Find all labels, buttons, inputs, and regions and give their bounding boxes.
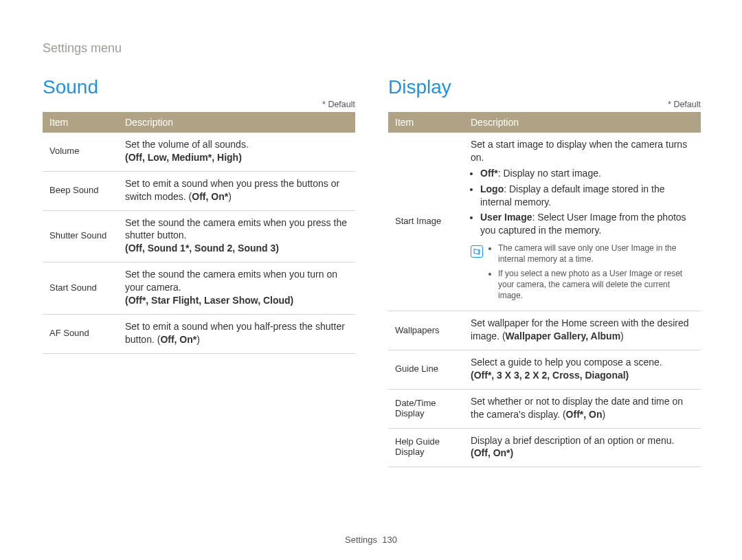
item-label: Volume	[43, 133, 118, 171]
item-description: Set to emit a sound when you half-press …	[118, 314, 355, 353]
sound-heading: Sound	[43, 76, 355, 98]
item-label: Start Image	[388, 133, 464, 311]
item-label: Date/Time Display	[388, 389, 464, 428]
item-description: Set wallpaper for the Home screen with t…	[464, 311, 701, 350]
table-row: Date/Time Display Set whether or not to …	[388, 389, 701, 428]
options: Off, On*	[192, 191, 228, 202]
item-description: Set the volume of all sounds. (Off, Low,…	[118, 133, 355, 171]
item-label: Guide Line	[388, 350, 464, 389]
option-bullets: Off*: Display no start image. Logo: Disp…	[471, 167, 694, 237]
sound-column: Sound * Default Item Description Volume …	[43, 76, 355, 467]
options: (Off*, Star Flight, Laser Show, Cloud)	[125, 295, 293, 306]
options: Off*, On	[566, 409, 603, 420]
item-description: Display a brief description of an option…	[464, 428, 701, 467]
col-header-item: Item	[388, 112, 464, 133]
item-label: AF Sound	[43, 314, 118, 353]
default-note: * Default	[43, 100, 355, 109]
options: (Off, Sound 1*, Sound 2, Sound 3)	[125, 243, 279, 254]
info-icon	[471, 245, 483, 258]
item-description: Set a start image to display when the ca…	[464, 133, 701, 311]
item-label: Shutter Sound	[43, 210, 118, 262]
footer-section: Settings	[345, 535, 377, 545]
item-label: Start Sound	[43, 262, 118, 315]
footer-page-number: 130	[382, 535, 397, 545]
table-row: Start Sound Set the sound the camera emi…	[43, 262, 355, 315]
note-list: The camera will save only one User Image…	[488, 243, 694, 304]
sound-table: Item Description Volume Set the volume o…	[43, 112, 355, 354]
table-header-row: Item Description	[388, 112, 701, 133]
options: (Off, Low, Medium*, High)	[125, 152, 242, 163]
table-row: Volume Set the volume of all sounds. (Of…	[43, 133, 355, 171]
table-header-row: Item Description	[43, 112, 355, 133]
page: Settings menu Sound * Default Item Descr…	[0, 0, 742, 560]
item-label: Help Guide Display	[388, 428, 464, 467]
content-columns: Sound * Default Item Description Volume …	[43, 76, 701, 467]
table-row: AF Sound Set to emit a sound when you ha…	[43, 314, 355, 353]
table-row: Wallpapers Set wallpaper for the Home sc…	[388, 311, 701, 350]
item-label: Beep Sound	[43, 171, 118, 210]
item-label: Wallpapers	[388, 311, 464, 350]
display-column: Display * Default Item Description Start…	[388, 76, 701, 467]
default-note: * Default	[388, 100, 701, 109]
table-row: Beep Sound Set to emit a sound when you …	[43, 171, 355, 210]
col-header-item: Item	[43, 112, 118, 133]
item-description: Set the sound the camera emits when you …	[118, 210, 355, 262]
options: Wallpaper Gallery, Album	[506, 331, 621, 341]
item-description: Set the sound the camera emits when you …	[118, 262, 355, 315]
item-description: Select a guide to help you compose a sce…	[464, 350, 701, 389]
table-row: Shutter Sound Set the sound the camera e…	[43, 210, 355, 262]
col-header-description: Description	[464, 112, 701, 133]
options: (Off*, 3 X 3, 2 X 2, Cross, Diagonal)	[471, 370, 629, 381]
col-header-description: Description	[118, 112, 355, 133]
note-box: The camera will save only one User Image…	[471, 243, 694, 304]
breadcrumb: Settings menu	[43, 41, 701, 56]
options: (Off, On*)	[471, 447, 513, 458]
table-row: Guide Line Select a guide to help you co…	[388, 350, 701, 389]
item-description: Set whether or not to display the date a…	[464, 389, 701, 428]
options: Off, On*	[160, 334, 196, 345]
display-heading: Display	[388, 76, 701, 98]
page-footer: Settings 130	[0, 535, 742, 545]
display-table: Item Description Start Image Set a start…	[388, 112, 701, 467]
table-row: Help Guide Display Display a brief descr…	[388, 428, 701, 467]
item-description: Set to emit a sound when you press the b…	[118, 171, 355, 210]
table-row: Start Image Set a start image to display…	[388, 133, 701, 311]
